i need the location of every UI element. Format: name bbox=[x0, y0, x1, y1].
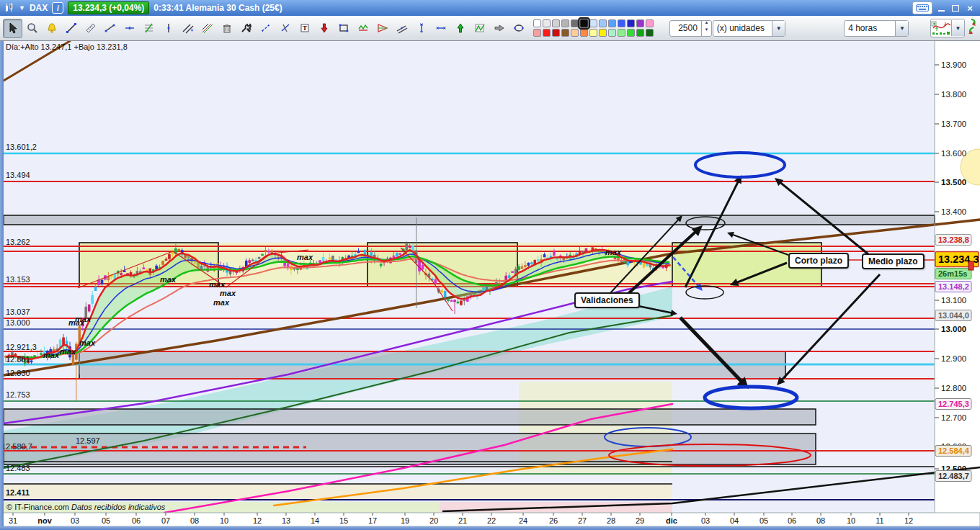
chevron-down-icon[interactable]: ▼ bbox=[772, 21, 785, 36]
tool-fibonacci-retracement[interactable] bbox=[139, 19, 159, 38]
y-axis-tick: 13.000 bbox=[941, 325, 966, 333]
color-swatch[interactable] bbox=[636, 19, 644, 27]
tool-ruler[interactable] bbox=[81, 19, 100, 38]
color-swatch[interactable] bbox=[571, 29, 579, 37]
price-tag-label: 12.584,4 bbox=[938, 446, 970, 455]
color-swatch[interactable] bbox=[543, 29, 551, 37]
chevron-down-icon[interactable]: ▼ bbox=[895, 21, 908, 36]
y-axis-tick: 13.100 bbox=[941, 296, 966, 305]
minimize-button[interactable] bbox=[935, 2, 947, 14]
keyboard-icon[interactable] bbox=[912, 1, 932, 14]
tool-parallel-lines[interactable] bbox=[178, 19, 197, 38]
color-swatch[interactable] bbox=[589, 29, 597, 37]
tool-alarm[interactable] bbox=[42, 19, 61, 38]
tool-indicator[interactable] bbox=[470, 19, 489, 38]
horizontal-range-icon bbox=[435, 22, 447, 34]
delete-icon bbox=[221, 22, 233, 34]
color-swatch[interactable] bbox=[543, 19, 551, 27]
x-axis-date: 03 bbox=[71, 516, 79, 525]
tool-trendline[interactable] bbox=[61, 19, 81, 38]
tool-crossed-segment[interactable] bbox=[275, 19, 295, 38]
parallel-lines-icon bbox=[182, 22, 194, 34]
info-icon[interactable]: i bbox=[52, 2, 63, 14]
tool-horizontal-range[interactable] bbox=[431, 19, 450, 38]
tool-settings[interactable] bbox=[236, 19, 256, 38]
color-swatch[interactable] bbox=[552, 19, 560, 27]
unit-select[interactable]: (x) unidades ▼ bbox=[713, 20, 785, 37]
color-swatch[interactable] bbox=[627, 19, 635, 27]
tool-triangle-pattern[interactable] bbox=[373, 19, 392, 38]
quantity-stepper[interactable]: 2500 ▲▼ bbox=[669, 20, 712, 37]
left-price-label: 13.000 bbox=[6, 318, 30, 327]
color-swatch[interactable] bbox=[646, 19, 654, 27]
color-swatch[interactable] bbox=[561, 29, 569, 37]
annotation-corto-plazo[interactable]: Corto plazo bbox=[788, 253, 849, 269]
tool-text[interactable]: T bbox=[295, 19, 314, 38]
tool-zigzag[interactable] bbox=[353, 19, 373, 38]
color-swatch[interactable] bbox=[571, 19, 579, 27]
arrow-right-icon bbox=[494, 22, 505, 34]
annotation-validaciones[interactable]: Validaciones bbox=[574, 292, 640, 308]
timeframe-select[interactable]: 4 horas ▼ bbox=[844, 20, 909, 37]
tool-ellipse[interactable] bbox=[509, 19, 528, 38]
indicators-button[interactable]: ▼ bbox=[930, 19, 965, 37]
tool-channel[interactable] bbox=[392, 19, 411, 38]
color-swatch[interactable] bbox=[608, 19, 616, 27]
tool-vertical-line[interactable] bbox=[159, 19, 178, 38]
tool-arrow-up[interactable] bbox=[450, 19, 470, 38]
close-button[interactable]: × bbox=[964, 2, 976, 14]
x-axis-date: 06 bbox=[132, 516, 141, 525]
color-swatch[interactable] bbox=[533, 29, 541, 37]
refresh-icon[interactable] bbox=[966, 17, 977, 36]
restore-button[interactable] bbox=[950, 2, 961, 14]
tool-zoom[interactable] bbox=[22, 19, 42, 38]
x-axis-date: 03 bbox=[701, 516, 710, 525]
y-axis-tick: 12.900 bbox=[941, 354, 966, 363]
tool-delete[interactable] bbox=[217, 19, 236, 38]
annotation-medio-plazo[interactable]: Medio plazo bbox=[862, 253, 925, 269]
x-axis-date: 21 bbox=[458, 516, 467, 525]
color-swatch[interactable] bbox=[627, 29, 635, 37]
left-price-label: 12.411 bbox=[6, 488, 30, 497]
alarm-icon bbox=[46, 22, 58, 34]
x-axis-date: nov bbox=[37, 516, 52, 525]
horizontal-segment-icon bbox=[124, 22, 135, 34]
x-axis-date: 17 bbox=[368, 516, 377, 525]
title-bar: ▼ DAX i 13.234,3 (+0,04%) 0:33:41 Aleman… bbox=[0, 0, 980, 16]
color-swatch[interactable] bbox=[618, 19, 625, 27]
symbol-dropdown[interactable]: ▼ bbox=[19, 4, 25, 12]
tool-short-segment[interactable] bbox=[256, 19, 275, 38]
x-axis-date: 04 bbox=[730, 516, 739, 525]
ruler-icon bbox=[85, 22, 97, 34]
tool-vertical-range[interactable] bbox=[411, 19, 431, 38]
color-swatch[interactable] bbox=[636, 29, 644, 37]
price-chart[interactable]: maxmaxmaxmaxmaxmaxmaxmaxmaxmaxmax13.601,… bbox=[0, 41, 980, 530]
quantity-spin-buttons[interactable]: ▲▼ bbox=[701, 21, 711, 36]
color-swatch[interactable] bbox=[599, 29, 607, 37]
tool-horizontal-segment[interactable] bbox=[120, 19, 139, 38]
color-swatch[interactable] bbox=[646, 29, 654, 37]
color-swatch[interactable] bbox=[589, 19, 597, 27]
tool-buttons: T bbox=[3, 19, 528, 38]
short-segment-icon bbox=[260, 22, 272, 34]
arrow-up-icon bbox=[455, 22, 466, 34]
tool-segment[interactable] bbox=[100, 19, 120, 38]
x-axis-date: 28 bbox=[607, 516, 615, 525]
y-axis-tick: 13.800 bbox=[941, 90, 966, 99]
color-swatch[interactable] bbox=[599, 19, 607, 27]
tool-arrow-right[interactable] bbox=[489, 19, 509, 38]
color-swatch[interactable] bbox=[608, 29, 616, 37]
tool-arrow-down[interactable] bbox=[314, 19, 334, 38]
color-swatch[interactable] bbox=[561, 19, 569, 27]
color-swatch[interactable] bbox=[533, 19, 541, 27]
color-swatch[interactable] bbox=[552, 29, 560, 37]
tool-rectangle[interactable] bbox=[334, 19, 353, 38]
chevron-down-icon[interactable]: ▼ bbox=[951, 20, 964, 36]
tool-andrews-pitchfork[interactable] bbox=[197, 19, 217, 38]
y-axis-tick: 12.800 bbox=[941, 384, 966, 392]
left-price-label: 12.753 bbox=[6, 390, 30, 399]
tool-cursor[interactable] bbox=[3, 19, 22, 38]
color-swatch[interactable] bbox=[580, 29, 588, 37]
color-swatch[interactable] bbox=[579, 19, 589, 28]
color-swatch[interactable] bbox=[618, 29, 625, 37]
